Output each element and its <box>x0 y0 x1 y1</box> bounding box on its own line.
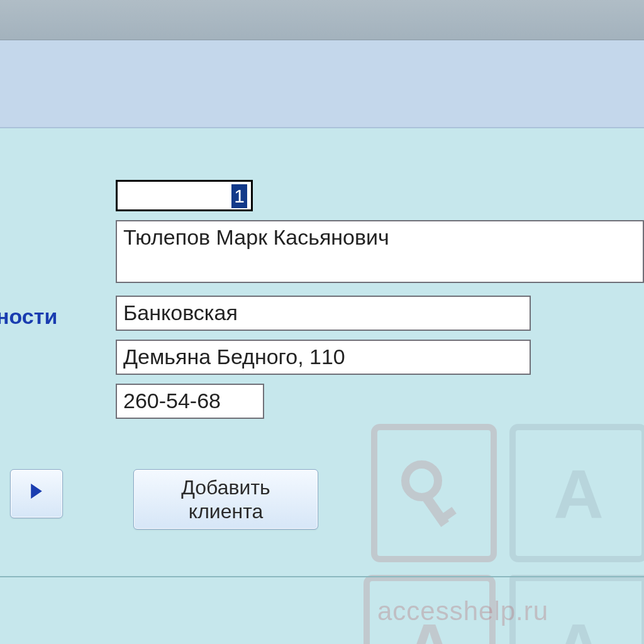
svg-rect-1 <box>421 492 450 527</box>
ribbon-bar <box>0 0 644 40</box>
field-label-partial: ности <box>0 304 57 329</box>
svg-point-0 <box>406 465 438 497</box>
add-client-label: Добавить клиента <box>142 475 310 524</box>
divider-line <box>0 576 644 577</box>
watermark-logos: A A A <box>352 424 644 644</box>
sphere-value: Банковская <box>123 301 238 325</box>
access-key-icon <box>371 424 497 562</box>
add-client-button[interactable]: Добавить клиента <box>133 469 318 530</box>
phone-value: 260-54-68 <box>123 389 221 413</box>
full-name-field[interactable]: Тюлепов Марк Касьянович <box>116 220 644 283</box>
watermark-text: accesshelp.ru <box>377 596 548 626</box>
access-icon-gray: A <box>509 424 644 562</box>
address-value: Демьяна Бедного, 110 <box>123 345 345 369</box>
next-record-button[interactable] <box>10 469 63 518</box>
svg-marker-3 <box>31 484 42 499</box>
id-field[interactable]: 1 <box>116 180 253 211</box>
access-icon-red: A <box>364 575 496 644</box>
play-icon <box>30 482 43 506</box>
phone-field[interactable]: 260-54-68 <box>116 384 264 419</box>
svg-rect-2 <box>443 507 457 520</box>
sphere-field[interactable]: Банковская <box>116 296 531 331</box>
id-value-selected: 1 <box>231 184 247 208</box>
address-field[interactable]: Демьяна Бедного, 110 <box>116 340 531 375</box>
form-header-band <box>0 40 644 128</box>
full-name-value: Тюлепов Марк Касьянович <box>123 225 389 250</box>
access-db-icon: A <box>509 575 644 644</box>
